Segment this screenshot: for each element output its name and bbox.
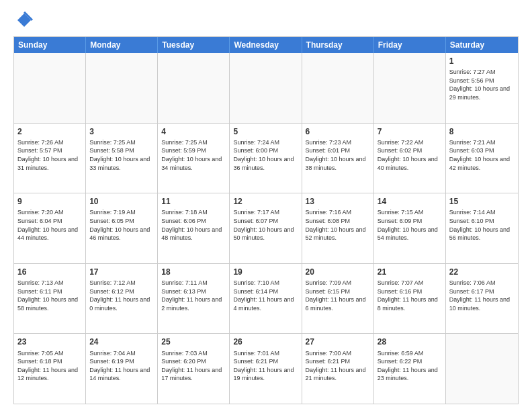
day-cell-10: 10Sunrise: 7:19 AM Sunset: 6:05 PM Dayli… — [86, 193, 158, 263]
day-cell-12: 12Sunrise: 7:17 AM Sunset: 6:07 PM Dayli… — [230, 193, 302, 263]
weekday-header-sunday: Sunday — [14, 37, 86, 53]
empty-cell-4-6 — [446, 334, 518, 404]
logo — [13, 11, 34, 30]
day-details: Sunrise: 7:22 AM Sunset: 6:02 PM Dayligh… — [378, 138, 442, 172]
logo-text — [13, 11, 34, 30]
day-details: Sunrise: 7:25 AM Sunset: 5:58 PM Dayligh… — [89, 138, 154, 172]
day-cell-28: 28Sunrise: 6:59 AM Sunset: 6:22 PM Dayli… — [374, 334, 446, 404]
day-number: 7 — [378, 126, 442, 137]
day-number: 21 — [378, 267, 442, 277]
day-details: Sunrise: 7:00 AM Sunset: 6:21 PM Dayligh… — [306, 349, 370, 383]
day-number: 18 — [161, 267, 226, 277]
day-cell-5: 5Sunrise: 7:24 AM Sunset: 6:00 PM Daylig… — [230, 124, 302, 193]
weekday-header-friday: Friday — [374, 37, 446, 53]
day-number: 6 — [306, 126, 370, 137]
day-details: Sunrise: 7:23 AM Sunset: 6:01 PM Dayligh… — [306, 138, 370, 172]
day-details: Sunrise: 7:19 AM Sunset: 6:05 PM Dayligh… — [89, 208, 154, 242]
day-number: 28 — [378, 336, 442, 347]
day-details: Sunrise: 7:07 AM Sunset: 6:16 PM Dayligh… — [378, 279, 442, 312]
day-details: Sunrise: 7:15 AM Sunset: 6:09 PM Dayligh… — [378, 208, 442, 242]
day-details: Sunrise: 7:17 AM Sunset: 6:07 PM Dayligh… — [233, 208, 298, 242]
day-cell-15: 15Sunrise: 7:14 AM Sunset: 6:10 PM Dayli… — [446, 193, 518, 263]
day-details: Sunrise: 7:20 AM Sunset: 6:04 PM Dayligh… — [17, 208, 82, 242]
day-cell-8: 8Sunrise: 7:21 AM Sunset: 6:03 PM Daylig… — [446, 124, 518, 193]
day-number: 27 — [306, 336, 370, 347]
day-details: Sunrise: 7:27 AM Sunset: 5:56 PM Dayligh… — [449, 68, 515, 101]
day-number: 22 — [449, 267, 515, 277]
day-details: Sunrise: 7:05 AM Sunset: 6:18 PM Dayligh… — [17, 349, 82, 383]
day-number: 19 — [233, 267, 298, 277]
day-cell-14: 14Sunrise: 7:15 AM Sunset: 6:09 PM Dayli… — [374, 193, 446, 263]
day-cell-13: 13Sunrise: 7:16 AM Sunset: 6:08 PM Dayli… — [302, 193, 374, 263]
day-cell-23: 23Sunrise: 7:05 AM Sunset: 6:18 PM Dayli… — [14, 334, 86, 404]
calendar-row-4: 23Sunrise: 7:05 AM Sunset: 6:18 PM Dayli… — [14, 333, 518, 404]
logo-icon — [15, 11, 34, 30]
day-number: 8 — [449, 126, 515, 137]
calendar-row-1: 2Sunrise: 7:26 AM Sunset: 5:57 PM Daylig… — [14, 123, 518, 193]
empty-cell-0-1 — [86, 53, 158, 123]
day-cell-6: 6Sunrise: 7:23 AM Sunset: 6:01 PM Daylig… — [302, 124, 374, 193]
day-cell-2: 2Sunrise: 7:26 AM Sunset: 5:57 PM Daylig… — [14, 124, 86, 193]
day-details: Sunrise: 6:59 AM Sunset: 6:22 PM Dayligh… — [378, 349, 442, 383]
day-details: Sunrise: 7:11 AM Sunset: 6:13 PM Dayligh… — [161, 279, 226, 312]
day-number: 12 — [233, 196, 298, 207]
weekday-header-tuesday: Tuesday — [158, 37, 230, 53]
day-number: 11 — [161, 196, 226, 207]
day-number: 10 — [89, 196, 154, 207]
day-cell-16: 16Sunrise: 7:13 AM Sunset: 6:11 PM Dayli… — [14, 264, 86, 334]
day-cell-24: 24Sunrise: 7:04 AM Sunset: 6:19 PM Dayli… — [86, 334, 158, 404]
day-cell-21: 21Sunrise: 7:07 AM Sunset: 6:16 PM Dayli… — [374, 264, 446, 334]
day-cell-18: 18Sunrise: 7:11 AM Sunset: 6:13 PM Dayli… — [158, 264, 230, 334]
day-number: 5 — [233, 126, 298, 137]
day-details: Sunrise: 7:01 AM Sunset: 6:21 PM Dayligh… — [233, 349, 298, 383]
day-details: Sunrise: 7:12 AM Sunset: 6:12 PM Dayligh… — [89, 279, 154, 312]
day-details: Sunrise: 7:09 AM Sunset: 6:15 PM Dayligh… — [306, 279, 370, 312]
day-cell-11: 11Sunrise: 7:18 AM Sunset: 6:06 PM Dayli… — [158, 193, 230, 263]
calendar-body: 1Sunrise: 7:27 AM Sunset: 5:56 PM Daylig… — [14, 53, 518, 404]
day-details: Sunrise: 7:14 AM Sunset: 6:10 PM Dayligh… — [449, 208, 515, 242]
day-number: 13 — [306, 196, 370, 207]
day-number: 14 — [378, 196, 442, 207]
day-number: 25 — [161, 336, 226, 347]
day-cell-3: 3Sunrise: 7:25 AM Sunset: 5:58 PM Daylig… — [86, 124, 158, 193]
day-cell-25: 25Sunrise: 7:03 AM Sunset: 6:20 PM Dayli… — [158, 334, 230, 404]
day-cell-26: 26Sunrise: 7:01 AM Sunset: 6:21 PM Dayli… — [230, 334, 302, 404]
empty-cell-0-2 — [158, 53, 230, 123]
empty-cell-0-4 — [302, 53, 374, 123]
day-number: 15 — [449, 196, 515, 207]
day-details: Sunrise: 7:13 AM Sunset: 6:11 PM Dayligh… — [17, 279, 82, 312]
day-number: 16 — [17, 267, 82, 277]
day-details: Sunrise: 7:03 AM Sunset: 6:20 PM Dayligh… — [161, 349, 226, 383]
calendar-row-3: 16Sunrise: 7:13 AM Sunset: 6:11 PM Dayli… — [14, 263, 518, 334]
day-details: Sunrise: 7:25 AM Sunset: 5:59 PM Dayligh… — [161, 138, 226, 172]
header — [13, 11, 519, 30]
page: SundayMondayTuesdayWednesdayThursdayFrid… — [0, 0, 532, 411]
weekday-header-wednesday: Wednesday — [230, 37, 302, 53]
day-details: Sunrise: 7:21 AM Sunset: 6:03 PM Dayligh… — [449, 138, 515, 172]
day-number: 9 — [17, 196, 82, 207]
day-details: Sunrise: 7:04 AM Sunset: 6:19 PM Dayligh… — [89, 349, 154, 383]
day-number: 4 — [161, 126, 226, 137]
day-number: 2 — [17, 126, 82, 137]
day-details: Sunrise: 7:16 AM Sunset: 6:08 PM Dayligh… — [306, 208, 370, 242]
day-number: 23 — [17, 336, 82, 347]
day-number: 17 — [89, 267, 154, 277]
weekday-header-thursday: Thursday — [302, 37, 374, 53]
day-number: 24 — [89, 336, 154, 347]
calendar-header: SundayMondayTuesdayWednesdayThursdayFrid… — [14, 37, 518, 53]
weekday-header-saturday: Saturday — [446, 37, 518, 53]
weekday-header-monday: Monday — [86, 37, 158, 53]
day-cell-1: 1Sunrise: 7:27 AM Sunset: 5:56 PM Daylig… — [446, 53, 518, 123]
calendar-row-2: 9Sunrise: 7:20 AM Sunset: 6:04 PM Daylig… — [14, 193, 518, 263]
day-number: 26 — [233, 336, 298, 347]
day-cell-7: 7Sunrise: 7:22 AM Sunset: 6:02 PM Daylig… — [374, 124, 446, 193]
day-cell-20: 20Sunrise: 7:09 AM Sunset: 6:15 PM Dayli… — [302, 264, 374, 334]
day-cell-4: 4Sunrise: 7:25 AM Sunset: 5:59 PM Daylig… — [158, 124, 230, 193]
day-cell-27: 27Sunrise: 7:00 AM Sunset: 6:21 PM Dayli… — [302, 334, 374, 404]
day-number: 20 — [306, 267, 370, 277]
empty-cell-0-3 — [230, 53, 302, 123]
day-details: Sunrise: 7:24 AM Sunset: 6:00 PM Dayligh… — [233, 138, 298, 172]
day-cell-9: 9Sunrise: 7:20 AM Sunset: 6:04 PM Daylig… — [14, 193, 86, 263]
day-details: Sunrise: 7:10 AM Sunset: 6:14 PM Dayligh… — [233, 279, 298, 312]
day-cell-19: 19Sunrise: 7:10 AM Sunset: 6:14 PM Dayli… — [230, 264, 302, 334]
